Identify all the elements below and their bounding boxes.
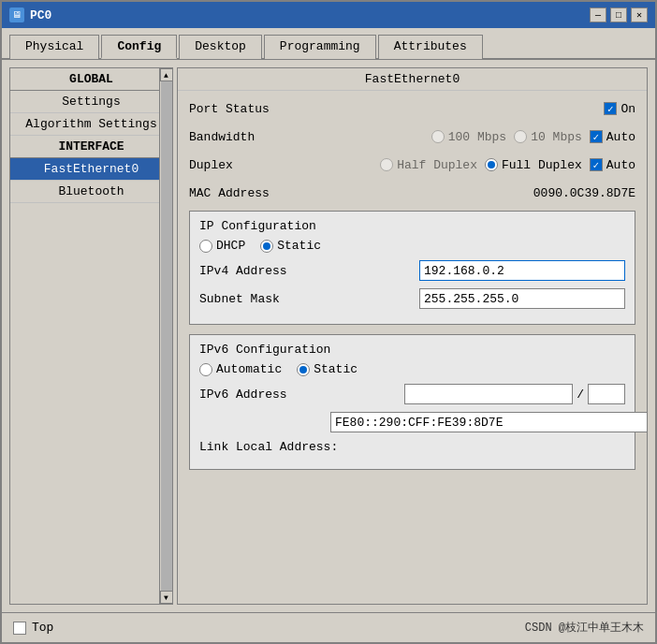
ipv4-address-value <box>330 260 625 281</box>
duplex-full-radio[interactable] <box>485 158 498 171</box>
mac-address-value: 0090.0C39.8D7E <box>320 186 635 200</box>
top-checkbox[interactable] <box>13 622 26 635</box>
bandwidth-auto-group: ✓ Auto <box>590 130 635 144</box>
window: 🖥 PC0 — □ ✕ Physical Config Desktop Prog… <box>0 0 657 644</box>
sidebar-item-settings[interactable]: Settings <box>10 91 172 113</box>
title-bar-controls: — □ ✕ <box>590 7 648 22</box>
bandwidth-10-label: 10 Mbps <box>531 130 582 144</box>
duplex-label: Duplex <box>189 158 320 172</box>
bandwidth-100-label: 100 Mbps <box>448 130 506 144</box>
main-content: GLOBAL Settings Algorithm Settings INTER… <box>2 60 655 612</box>
scroll-track <box>161 81 172 591</box>
title-bar-left: 🖥 PC0 <box>9 7 51 22</box>
duplex-half-radio[interactable] <box>380 158 393 171</box>
duplex-full-label: Full Duplex <box>502 158 582 172</box>
ip-config-section: IP Configuration DHCP Static <box>189 211 635 325</box>
port-status-value: ✓ On <box>320 102 635 116</box>
window-title: PC0 <box>30 8 51 22</box>
tab-programming[interactable]: Programming <box>264 35 376 59</box>
link-local-value <box>330 412 647 432</box>
tab-config[interactable]: Config <box>101 35 177 59</box>
ipv6-config-section: IPv6 Configuration Automatic Static <box>189 334 635 470</box>
ipv6-static-label: Static <box>314 362 358 376</box>
scroll-up-arrow[interactable]: ▲ <box>160 68 173 81</box>
window-icon: 🖥 <box>9 7 24 22</box>
link-local-row <box>199 412 625 432</box>
duplex-auto-group: ✓ Auto <box>590 158 635 172</box>
subnet-mask-row: Subnet Mask <box>199 288 625 309</box>
sidebar-item-bluetooth[interactable]: Bluetooth <box>10 181 172 203</box>
panel-content: Port Status ✓ On Bandwidth 100 Mb <box>178 91 647 604</box>
duplex-options: Half Duplex Full Duplex ✓ Auto <box>320 158 635 172</box>
link-local-input[interactable] <box>330 412 647 432</box>
ip-mode-row: DHCP Static <box>199 239 625 253</box>
ipv6-address-input-right[interactable] <box>588 384 625 404</box>
bandwidth-auto-checkbox[interactable]: ✓ <box>590 130 603 143</box>
bandwidth-10-radio[interactable] <box>514 130 527 143</box>
subnet-mask-input[interactable] <box>419 288 625 309</box>
right-panel: FastEthernet0 Port Status ✓ On Bandwidth <box>177 67 648 605</box>
ipv6-auto-radio-group: Automatic <box>199 362 282 376</box>
tab-attributes[interactable]: Attributes <box>378 35 483 59</box>
sidebar-item-algorithm-settings[interactable]: Algorithm Settings <box>10 113 172 136</box>
scroll-down-arrow[interactable]: ▼ <box>160 591 173 604</box>
ipv4-address-row: IPv4 Address <box>199 260 625 281</box>
ipv6-address-value: / <box>330 384 625 404</box>
interface-header: INTERFACE <box>10 136 172 158</box>
ipv6-static-radio-group: Static <box>297 362 358 376</box>
tab-physical[interactable]: Physical <box>9 35 99 59</box>
duplex-row: Duplex Half Duplex Full Duplex ✓ Auto <box>189 154 635 175</box>
static-label: Static <box>277 239 321 253</box>
static-radio[interactable] <box>260 240 273 253</box>
tab-desktop[interactable]: Desktop <box>179 35 262 59</box>
duplex-auto-label: Auto <box>606 158 635 172</box>
subnet-mask-value <box>330 288 625 309</box>
bandwidth-auto-label: Auto <box>606 130 635 144</box>
port-status-checkbox[interactable]: ✓ <box>604 102 617 115</box>
panel-title: FastEthernet0 <box>178 68 647 91</box>
top-label: Top <box>32 621 53 635</box>
watermark: CSDN @枝江中单王木木 <box>525 620 644 636</box>
ip-config-title: IP Configuration <box>199 219 625 233</box>
duplex-auto-checkbox[interactable]: ✓ <box>590 158 603 171</box>
sidebar: GLOBAL Settings Algorithm Settings INTER… <box>9 67 173 605</box>
dhcp-radio-group: DHCP <box>199 239 245 253</box>
bandwidth-10-group: 10 Mbps <box>514 130 582 144</box>
sidebar-item-fastethernet0[interactable]: FastEthernet0 <box>10 158 172 181</box>
bandwidth-100-group: 100 Mbps <box>431 130 506 144</box>
title-bar: 🖥 PC0 — □ ✕ <box>2 2 655 28</box>
mac-address-row: MAC Address 0090.0C39.8D7E <box>189 183 635 203</box>
maximize-button[interactable]: □ <box>610 7 627 22</box>
dhcp-label: DHCP <box>216 239 245 253</box>
minimize-button[interactable]: — <box>590 7 606 22</box>
bandwidth-row: Bandwidth 100 Mbps 10 Mbps ✓ Auto <box>189 126 635 147</box>
port-status-on-label: On <box>620 102 635 116</box>
sidebar-scrollbar: ▲ ▼ <box>159 68 172 604</box>
ipv6-static-radio[interactable] <box>297 363 310 376</box>
close-button[interactable]: ✕ <box>631 7 648 22</box>
global-header: GLOBAL <box>10 68 172 91</box>
ipv6-address-input-left[interactable] <box>404 384 573 404</box>
link-local-prefix-label: Link Local Address: <box>199 440 625 454</box>
bottom-left: Top <box>13 621 53 635</box>
duplex-half-label: Half Duplex <box>397 158 477 172</box>
ipv6-auto-radio[interactable] <box>199 363 212 376</box>
ipv6-config-title: IPv6 Configuration <box>199 343 625 357</box>
ipv6-mode-row: Automatic Static <box>199 362 625 376</box>
bottom-bar: Top CSDN @枝江中单王木木 <box>2 612 655 642</box>
ipv6-auto-label: Automatic <box>216 362 282 376</box>
bandwidth-100-radio[interactable] <box>431 130 445 143</box>
duplex-half-group: Half Duplex <box>380 158 477 172</box>
port-status-label: Port Status <box>189 102 320 116</box>
bandwidth-label: Bandwidth <box>189 130 320 144</box>
port-status-row: Port Status ✓ On <box>189 98 635 119</box>
static-radio-group: Static <box>260 239 321 253</box>
port-status-checkbox-group: ✓ On <box>604 102 635 116</box>
ipv6-address-row: IPv6 Address / <box>199 384 625 404</box>
subnet-mask-label: Subnet Mask <box>199 292 330 306</box>
ipv4-address-label: IPv4 Address <box>199 264 330 278</box>
ipv6-address-label: IPv6 Address <box>199 388 330 402</box>
ipv6-slash: / <box>577 388 584 402</box>
ipv4-address-input[interactable] <box>419 260 625 281</box>
dhcp-radio[interactable] <box>199 240 212 253</box>
